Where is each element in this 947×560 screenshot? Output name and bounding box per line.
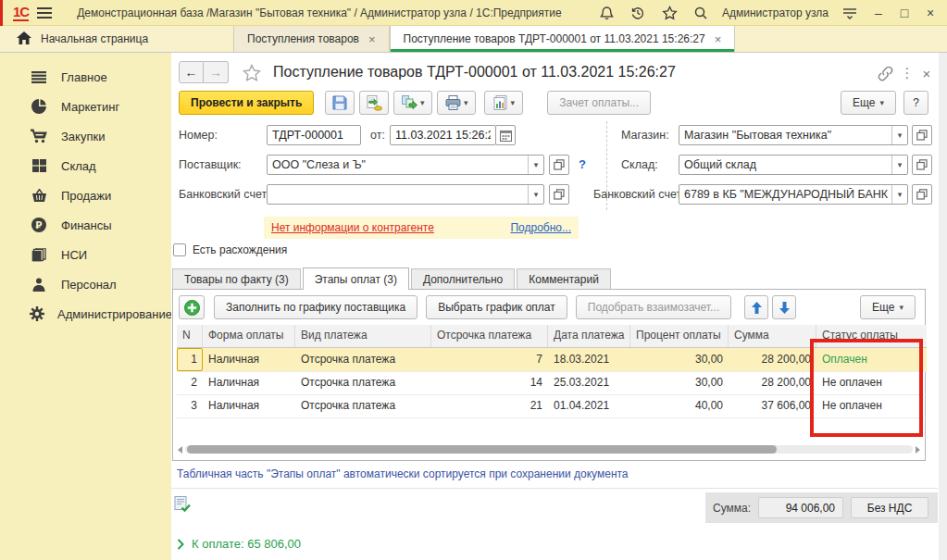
scroll-right-icon[interactable] [916,446,920,454]
tab-home[interactable]: Начальная страница [0,26,234,52]
dropdown-icon[interactable]: ▾ [891,185,907,204]
dropdown-icon[interactable]: ▾ [528,185,543,204]
sidebar-item-warehouse[interactable]: Склад [0,151,171,180]
tab-receipt-document[interactable]: Поступление товаров ТДРТ-000001 от 11.03… [390,26,736,52]
dropdown-icon[interactable]: ▾ [891,156,907,174]
col-status[interactable]: Статус оплаты [816,325,927,347]
history-icon[interactable] [626,3,650,23]
minimize-button[interactable]: – [867,3,890,23]
help-button[interactable]: ? [903,91,928,115]
post-document-button[interactable] [359,91,389,115]
vat-mode[interactable]: Без НДС [851,497,928,518]
tab-receipts-list[interactable]: Поступления товаров × [234,26,390,52]
service-settings-icon[interactable] [838,3,862,23]
doc-check-icon[interactable] [174,496,191,516]
sidebar-item-personnel[interactable]: Персонал [0,269,171,299]
counterparty-warning-link[interactable]: Нет информации о контрагенте [271,221,434,234]
gear-icon [30,305,44,322]
supplier-help-link[interactable]: ? [579,155,586,175]
open-shop-icon[interactable] [912,125,932,145]
date-field[interactable] [390,125,496,145]
nav-forward-button[interactable]: → [204,61,229,83]
open-supplier-icon[interactable] [549,155,569,175]
move-up-button[interactable] [744,295,768,319]
open-bank-account-icon[interactable] [549,184,569,205]
table-row[interactable]: 1 Наличная Отсрочка платежа 7 18.03.2021… [177,348,927,372]
notifications-bell-icon[interactable] [594,3,618,23]
current-user[interactable]: Администратор узла [722,6,829,19]
tab-payment-stages[interactable]: Этапы оплат (3) [303,268,409,290]
details-link[interactable]: Подробно... [510,221,571,234]
status-badge[interactable]: Не оплачен [816,371,927,394]
main-menu-icon[interactable] [32,3,56,23]
close-form-icon[interactable]: × [916,63,937,83]
dropdown-icon[interactable]: ▾ [528,156,543,174]
tab-comment[interactable]: Комментарий [517,268,611,290]
scroll-left-icon[interactable] [178,446,182,454]
sidebar-item-label: НСИ [61,248,87,262]
discrepancy-checkbox[interactable] [173,243,186,256]
col-n[interactable]: N [177,325,203,347]
close-tab-icon[interactable]: × [368,32,376,46]
number-field[interactable] [267,125,361,145]
tab-goods-by-fact[interactable]: Товары по факту (3) [172,268,301,290]
favorites-star-icon[interactable] [657,3,681,23]
choose-schedule-button[interactable]: Выбрать график оплат [426,295,567,319]
col-percent[interactable]: Процент оплаты [630,325,729,347]
table-header[interactable]: N Форма оплаты Вид платежа Отсрочка плат… [177,325,927,348]
shop-combo[interactable]: Магазин "Бытовая техника" ▾ [679,125,908,145]
get-link-icon[interactable] [875,63,895,83]
print-button[interactable]: ▾ [437,91,476,115]
create-based-on-button[interactable]: ▾ [393,91,432,115]
sidebar-item-purchases[interactable]: Закупки [0,121,171,151]
supplier-combo[interactable]: ООО "Слеза и Ъ" ▾ [267,155,544,175]
scrollbar-thumb[interactable] [187,445,777,454]
dropdown-icon[interactable]: ▾ [891,126,907,144]
warehouse-combo[interactable]: Общий склад ▾ [679,155,908,175]
fill-by-schedule-button[interactable]: Заполнить по графику поставщика [214,295,417,319]
close-window-button[interactable]: × [919,3,941,23]
table-horizontal-scrollbar[interactable] [178,443,920,455]
open-warehouse-icon[interactable] [912,155,932,175]
favorite-star-icon[interactable] [242,62,262,82]
reports-button[interactable]: ▾ [484,91,523,115]
move-down-button[interactable] [772,295,796,319]
add-row-button[interactable] [179,295,205,319]
search-icon[interactable] [689,3,713,23]
sidebar-item-sales[interactable]: Продажи [0,180,171,210]
table-more-button[interactable]: Еще▾ [860,295,916,319]
sidebar-item-nsi[interactable]: НСИ [0,240,171,269]
maximize-button[interactable]: □ [893,3,916,23]
close-tab-icon[interactable]: × [715,32,722,46]
col-delay[interactable]: Отсрочка платежа [431,325,548,347]
col-payment-form[interactable]: Форма оплаты [203,325,295,347]
calendar-icon[interactable] [495,125,516,145]
status-badge[interactable]: Оплачен [816,348,927,371]
post-and-close-button[interactable]: Провести и закрыть [179,91,314,115]
table-row[interactable]: 2 Наличная Отсрочка платежа 14 25.03.202… [177,371,927,395]
sidebar-item-label: Финансы [61,218,112,232]
nav-back-button[interactable]: ← [179,61,204,83]
to-pay-expander[interactable]: К оплате: 65 806,00 [177,537,301,551]
col-date[interactable]: Дата платежа [548,325,630,347]
status-badge[interactable]: Не оплачен [816,394,927,417]
date-label: от: [370,125,385,145]
open-bank-account2-icon[interactable] [912,184,932,205]
save-button[interactable] [325,91,355,115]
col-sum[interactable]: Сумма [729,325,816,347]
select-offset-button[interactable]: Подобрать взаимозачет... [576,295,731,319]
discrepancy-checkbox-row[interactable]: Есть расхождения [173,243,287,256]
more-button[interactable]: Еще▾ [841,91,896,115]
bank-account2-combo[interactable]: 6789 в КБ "МЕЖДУНАРОДНЫЙ БАНК РАЗ ▾ [679,184,908,205]
col-payment-type[interactable]: Вид платежа [295,325,431,347]
sidebar-item-finance[interactable]: Р Финансы [0,210,171,240]
payment-offset-button[interactable]: Зачет оплаты... [547,91,651,115]
table-row[interactable]: 3 Наличная Отсрочка платежа 21 01.04.202… [177,394,927,418]
tab-additional[interactable]: Дополнительно [411,268,515,290]
sidebar-item-marketing[interactable]: Маркетинг [0,92,171,121]
bank-account-combo[interactable]: ▾ [267,184,544,205]
sidebar-item-main[interactable]: Главное [0,62,171,92]
app-tab-bar: Начальная страница Поступления товаров ×… [0,26,947,53]
sidebar-item-administration[interactable]: Администрирование [0,299,171,329]
menu-dots-icon[interactable]: ⋮ [897,63,917,83]
